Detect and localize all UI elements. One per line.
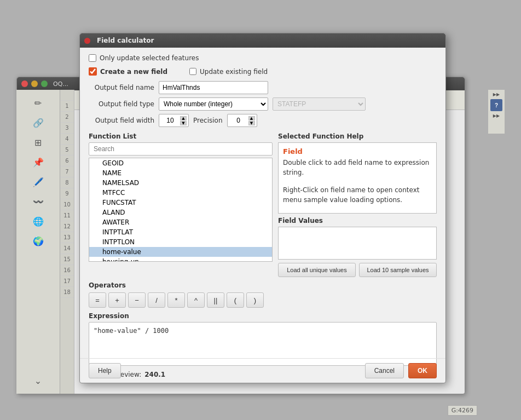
- status-bar-coords: G:4269: [448, 405, 477, 416]
- operators-section: Operators = + − / * ^ || ( ): [89, 281, 437, 308]
- row-num-8: 8: [60, 177, 74, 188]
- row-num-18: 18: [60, 287, 74, 298]
- bg-minimize-btn[interactable]: [31, 80, 38, 87]
- sidebar-icon-expand[interactable]: ⌄: [30, 372, 47, 389]
- precision-down-arrow[interactable]: ▼: [248, 121, 255, 125]
- row-numbers: 1 2 3 4 5 6 7 8 9 10 11 12 13 14 15 16 1…: [60, 90, 74, 394]
- field-width-spinbox[interactable]: ▲ ▼: [159, 114, 189, 127]
- op-multiply-btn[interactable]: *: [167, 292, 185, 308]
- function-item-awater[interactable]: AWATER: [89, 217, 272, 227]
- row-num-16: 16: [60, 265, 74, 276]
- sidebar-icon-globe[interactable]: 🌐: [30, 212, 47, 230]
- field-width-down-arrow[interactable]: ▼: [180, 121, 187, 125]
- dialog-footer: Help Cancel OK: [80, 358, 445, 383]
- precision-input[interactable]: [230, 117, 247, 124]
- dialog-body: Only update selected features Create a n…: [80, 48, 445, 385]
- precision-label: Precision: [193, 117, 223, 124]
- help-panel-title: Selected Function Help: [278, 133, 437, 140]
- operators-row: = + − / * ^ || ( ): [89, 292, 437, 308]
- dialog-close-btn[interactable]: [84, 38, 90, 44]
- sidebar-icon-pin[interactable]: 📌: [30, 153, 47, 171]
- right-panel-buttons: ▶▶ ? ▶▶: [488, 90, 505, 134]
- field-width-input[interactable]: [161, 117, 179, 124]
- function-item-housing-un[interactable]: housing-un: [89, 257, 272, 262]
- create-new-field-label: Create a new field: [100, 68, 167, 76]
- right-arrow-btn2[interactable]: ▶▶: [493, 113, 500, 118]
- function-item-intptlon[interactable]: INTPTLON: [89, 237, 272, 247]
- dialog-titlebar: Field calculator: [80, 33, 445, 48]
- help-sidebar-btn[interactable]: ?: [490, 99, 502, 111]
- right-arrow-btn[interactable]: ▶▶: [493, 92, 500, 97]
- op-open-paren-btn[interactable]: (: [227, 292, 244, 308]
- help-field-title: Field: [283, 147, 432, 156]
- op-divide-btn[interactable]: /: [148, 292, 165, 308]
- row-num-11: 11: [60, 210, 74, 221]
- function-item-home-value[interactable]: home-value: [89, 247, 272, 257]
- load-sample-btn[interactable]: Load 10 sample values: [359, 263, 437, 277]
- help-button[interactable]: Help: [89, 363, 121, 378]
- update-existing-checkbox[interactable]: [189, 68, 196, 75]
- sidebar-icon-connect[interactable]: 🔗: [30, 114, 47, 131]
- operators-title: Operators: [89, 281, 437, 289]
- function-item-aland[interactable]: ALAND: [89, 208, 272, 217]
- row-num-1: 1: [60, 101, 74, 112]
- function-list[interactable]: GEOID NAME NAMELSAD MTFCC FUNCSTAT ALAND…: [89, 158, 273, 262]
- row-num-5: 5: [60, 145, 74, 156]
- load-all-unique-btn[interactable]: Load all unique values: [278, 263, 356, 277]
- bg-maximize-btn[interactable]: [41, 80, 48, 87]
- search-input[interactable]: [89, 142, 273, 156]
- precision-arrows: ▲ ▼: [248, 116, 255, 125]
- precision-spinbox[interactable]: ▲ ▼: [227, 114, 257, 127]
- sidebar-icon-wave[interactable]: 〰️: [30, 193, 47, 210]
- function-list-panel: Function List GEOID NAME NAMELSAD MTFCC …: [89, 133, 273, 277]
- row-num-12: 12: [60, 221, 74, 232]
- op-close-paren-btn[interactable]: ): [246, 292, 264, 308]
- op-power-btn[interactable]: ^: [187, 292, 205, 308]
- only-update-checkbox[interactable]: [89, 54, 96, 62]
- sidebar: ✏️ 🔗 ⊞ 📌 🖊️ 〰️ 🌐 🌍 ⌄: [16, 90, 60, 394]
- update-existing-select[interactable]: STATEFP: [273, 97, 366, 111]
- function-item-geoid[interactable]: GEOID: [89, 158, 272, 168]
- sidebar-icon-grid[interactable]: ⊞: [30, 134, 47, 151]
- output-field-name-input[interactable]: HmValThnds: [159, 81, 268, 94]
- field-calculator-dialog: Field calculator Only update selected fe…: [79, 33, 446, 383]
- row-num-7: 7: [60, 166, 74, 177]
- field-values-box: [278, 227, 437, 260]
- op-plus-btn[interactable]: +: [108, 292, 126, 308]
- row-num-2: 2: [60, 112, 74, 123]
- bg-close-btn[interactable]: [21, 80, 28, 87]
- row-num-15: 15: [60, 254, 74, 265]
- help-field-description: Double click to add field name to expres…: [283, 158, 432, 177]
- field-options-row: Create a new field Update existing field: [89, 67, 437, 76]
- field-width-up-arrow[interactable]: ▲: [180, 116, 187, 120]
- precision-up-arrow[interactable]: ▲: [248, 116, 255, 120]
- help-field-note: Right-Click on field name to open contex…: [283, 185, 432, 205]
- ok-button[interactable]: OK: [408, 363, 437, 378]
- row-num-0: [60, 90, 74, 101]
- sidebar-icon-pen[interactable]: 🖊️: [30, 173, 47, 191]
- function-item-name[interactable]: NAME: [89, 168, 272, 178]
- function-item-intptlat[interactable]: INTPTLAT: [89, 227, 272, 237]
- op-minus-btn[interactable]: −: [128, 292, 146, 308]
- sidebar-icon-pencil[interactable]: ✏️: [30, 94, 47, 112]
- output-field-type-label: Output field type: [89, 100, 154, 108]
- op-concat-btn[interactable]: ||: [207, 292, 224, 308]
- create-new-field-checkbox[interactable]: [89, 67, 97, 76]
- only-update-row: Only update selected features: [89, 54, 437, 62]
- output-field-type-select[interactable]: Whole number (integer) Decimal number (r…: [159, 97, 268, 111]
- width-precision-row: ▲ ▼ Precision ▲ ▼: [159, 114, 268, 127]
- update-existing-label: Update existing field: [200, 68, 268, 76]
- op-equals-btn[interactable]: =: [89, 292, 106, 308]
- row-num-4: 4: [60, 134, 74, 145]
- output-field-name-label: Output field name: [89, 84, 154, 91]
- field-values-title: Field Values: [278, 217, 437, 225]
- sidebar-icon-globe2[interactable]: 🌍: [30, 232, 47, 250]
- function-item-namelsad[interactable]: NAMELSAD: [89, 178, 272, 188]
- row-num-17: 17: [60, 276, 74, 287]
- cancel-button[interactable]: Cancel: [365, 363, 404, 378]
- row-num-6: 6: [60, 156, 74, 166]
- function-item-funcstat[interactable]: FUNCSTAT: [89, 198, 272, 208]
- function-item-mtfcc[interactable]: MTFCC: [89, 188, 272, 198]
- bg-window-title: OQ...: [53, 80, 68, 88]
- row-num-14: 14: [60, 243, 74, 254]
